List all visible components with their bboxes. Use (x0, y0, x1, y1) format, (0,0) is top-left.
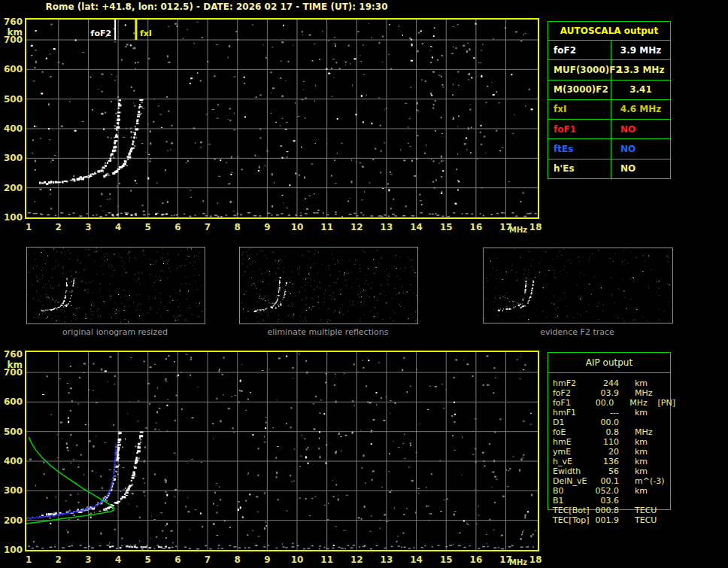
foF2-marker-label: foF2 (91, 29, 112, 38)
aip-row-value: 001.9 (595, 515, 619, 525)
x-tick-label: 8 (229, 222, 246, 232)
aip-row-value: 000.8 (595, 506, 619, 515)
x-tick-label: 6 (169, 554, 186, 565)
x-tick-label: 12 (348, 222, 365, 232)
ionogram_top-svg: foF2fxI (25, 18, 539, 219)
aip-row-label: DelN_vE (553, 476, 595, 486)
thumbnail-caption: eliminate multiple reflections (239, 327, 417, 337)
x-tick-label: 5 (140, 222, 156, 232)
aip-row: TEC[Top]001.9TECU (548, 515, 675, 525)
aip-row-value: 56 (595, 466, 619, 476)
x-tick-label: 7 (199, 554, 216, 565)
autoscala-row-label: ftEs (548, 139, 611, 158)
aip-row: foF203.9MHz (548, 388, 675, 398)
x-tick-label: 7 (199, 222, 216, 232)
y-tick-label: 200 (0, 515, 23, 526)
x-tick-label: 3 (80, 222, 96, 232)
aip-row-label: Ewidth (553, 466, 595, 476)
x-tick-label: 12 (348, 554, 365, 565)
aip-row-label: D1 (553, 418, 595, 427)
aip-row-unit: km (635, 447, 660, 457)
fxI-marker-label: fxI (140, 29, 152, 38)
thumbnail-caption: evidence F2 trace (483, 327, 672, 337)
aip-row: foE0.8MHz (548, 427, 675, 437)
thumbnail-svg (240, 248, 417, 323)
y-axis-unit: km (0, 27, 23, 38)
aip-row-label: foE (553, 427, 595, 437)
thumbnail-svg (484, 248, 672, 323)
aip-row-value: 00.0 (592, 398, 614, 408)
aip-row-value: 20 (595, 447, 619, 457)
autoscala-row-label: foF1 (548, 120, 611, 138)
aip-row-label: TEC[Top] (553, 515, 595, 525)
aip-row-value: 03.9 (595, 388, 619, 398)
x-tick-label: 15 (438, 554, 454, 565)
autoscala-row-value: 4.6 MHz (611, 104, 670, 114)
autoscala-row-value: 3.41 (611, 84, 670, 95)
thumbnail-eliminate-reflections (239, 247, 418, 324)
y-tick-label: 300 (0, 485, 23, 496)
aip-row-label: foF1 (553, 398, 592, 408)
aip-table-rows: hmF2244kmfoF203.9MHzfoF100.0MHz[PN]hmF1-… (548, 378, 675, 525)
x-tick-label: 1 (20, 554, 37, 565)
aip-row-unit (635, 496, 660, 506)
x-tick-label: 16 (468, 222, 484, 232)
x-tick-label: 14 (408, 554, 425, 565)
x-tick-label: 18 (527, 554, 544, 565)
aip-row-extra: [PN] (658, 398, 675, 408)
x-tick-label: 11 (319, 554, 335, 565)
aip-row-unit: m^(-3) (635, 476, 660, 486)
aip-row: B0052.0km (548, 486, 675, 496)
autoscala-row-value: 13.3 MHz (611, 65, 670, 75)
y-tick-label: 760 (0, 349, 23, 360)
x-tick-label: 14 (408, 222, 425, 232)
x-tick-label: 4 (110, 222, 126, 232)
aip-row: hmF2244km (548, 378, 675, 388)
x-tick-label: 4 (110, 554, 126, 565)
x-tick-label: 2 (50, 222, 67, 232)
aip-row-value: 110 (595, 437, 619, 447)
x-tick-label: 18 (527, 222, 544, 232)
autoscala-row-value: NO (611, 144, 670, 154)
y-tick-label: 500 (0, 427, 23, 437)
aip-row-value: --- (595, 408, 619, 418)
autoscala-row-label: MUF(3000)F2 (548, 60, 611, 79)
x-tick-label: 11 (319, 222, 335, 232)
thumbnail-svg (27, 248, 205, 323)
y-tick-label: 760 (0, 17, 23, 27)
thumbnail-caption: original ionogram resized (26, 327, 204, 337)
x-tick-label: 10 (289, 222, 305, 232)
autoscala-row-label: fxI (548, 100, 611, 119)
aip-row: ymE20km (548, 447, 675, 457)
autoscala-row-value: NO (611, 124, 670, 135)
aip-row-value: 03.6 (595, 496, 619, 506)
aip-row-unit: km (635, 437, 660, 447)
aip-row-unit: km (635, 378, 660, 388)
x-tick-label: 1 (20, 222, 37, 232)
y-tick-label: 400 (0, 123, 23, 134)
aip-row-unit (635, 418, 660, 427)
x-tick-label: 16 (468, 554, 484, 565)
aip-row-unit: TECU (635, 515, 660, 525)
autoscala-row-value: 3.9 MHz (611, 45, 670, 56)
autoscala-table-header: AUTOSCALA output (548, 22, 670, 41)
aip-row-unit: km (635, 457, 660, 466)
autoscala-row: fxI4.6 MHz (548, 100, 670, 120)
autoscala-row-label: foF2 (548, 41, 611, 59)
x-tick-label: 13 (378, 554, 395, 565)
aip-row: D100.0 (548, 418, 675, 427)
x-axis-unit: MHz (509, 558, 527, 566)
autoscala-output-table: AUTOSCALA output foF23.9 MHzMUF(3000)F21… (548, 21, 671, 179)
aip-row-unit: MHz (635, 388, 660, 398)
aip-row-unit: TECU (635, 506, 660, 515)
aip-row: hmE110km (548, 437, 675, 447)
aip-row-unit: km (635, 466, 660, 476)
aip-row-value: 00.0 (595, 418, 619, 427)
aip-row: hmF1---km (548, 408, 675, 418)
x-tick-label: 8 (229, 554, 246, 565)
thumbnail-evidence-f2-trace (483, 248, 673, 323)
y-axis-unit: km (0, 360, 23, 370)
aip-row-value: 00.1 (595, 476, 619, 486)
x-tick-label: 15 (438, 222, 454, 232)
aip-row-label: B1 (553, 496, 595, 506)
